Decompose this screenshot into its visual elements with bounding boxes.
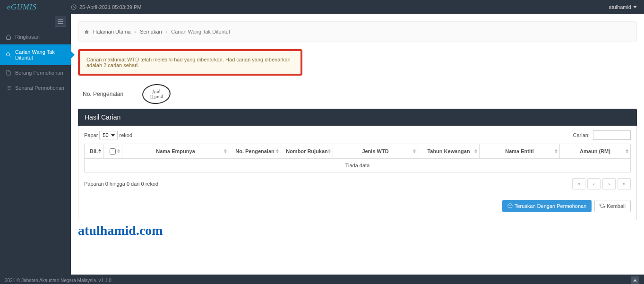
refresh-icon <box>600 203 605 208</box>
content-area: Halaman Utama › Semakan › Carian Wang Ta… <box>71 14 644 275</box>
col-amaun[interactable]: Amaun (RM) <box>560 144 631 159</box>
breadcrumb-current: Carian Wang Tak Dituntut <box>171 29 230 34</box>
col-checkbox[interactable] <box>103 144 122 159</box>
sidebar-item-carian-wtd[interactable]: Carian Wang Tak Dituntut <box>0 44 71 65</box>
search-input[interactable] <box>593 130 631 140</box>
search-label: Carian: <box>573 132 589 138</box>
col-tahun-kewangan[interactable]: Tahun Kewangan <box>418 144 480 159</box>
list-icon <box>6 85 11 91</box>
breadcrumb-home[interactable]: Halaman Utama <box>93 29 130 34</box>
datetime-text: 25-April-2021 05:03:39 PM <box>79 4 141 10</box>
page-size-select[interactable]: 50 <box>99 131 118 139</box>
sidebar-item-ringkasan[interactable]: Ringkasan <box>0 29 71 44</box>
col-jenis-wtd[interactable]: Jenis WTD <box>333 144 418 159</box>
panel-body: Papar 50 rekod Carian: Bil. Nama Emp <box>78 126 637 220</box>
form-icon <box>6 70 11 76</box>
back-button[interactable]: Kembali <box>594 200 631 212</box>
show-prefix: Papar <box>84 132 98 138</box>
continue-label: Teruskan Dengan Permohonan <box>515 203 586 209</box>
results-table: Bil. Nama Empunya No. Pengenalan Nombor … <box>84 144 631 172</box>
sidebar-item-borang[interactable]: Borang Permohonan <box>0 65 71 80</box>
label-no-pengenalan: No. Pengenalan <box>83 91 123 97</box>
col-nombor-rujukan[interactable]: Nombor Rujukan <box>281 144 333 159</box>
plus-circle-icon <box>507 203 513 208</box>
sidebar-item-label: Borang Permohonan <box>15 70 63 76</box>
user-name: atulhamid <box>609 4 631 10</box>
search-icon <box>6 52 11 58</box>
page-first-button[interactable]: « <box>572 178 585 189</box>
page-next-button[interactable]: › <box>602 178 616 189</box>
footer-text: 2021 © Jabatan Akauntan Negara Malaysia.… <box>5 278 112 283</box>
watermark-stamp: Atul Hamid <box>142 83 172 105</box>
chevron-up-icon <box>633 278 637 282</box>
page-prev-button[interactable]: ‹ <box>587 178 601 189</box>
user-menu[interactable]: atulhamid <box>609 4 637 10</box>
chevron-right-icon: › <box>134 29 136 34</box>
app-logo: eGUMIS <box>7 3 71 11</box>
chevron-right-icon: › <box>166 29 168 34</box>
page-last-button[interactable]: » <box>618 178 631 189</box>
panel-header: Hasil Carian <box>78 109 637 126</box>
home-icon <box>84 29 89 34</box>
sidebar-item-label: Ringkasan <box>15 34 40 40</box>
alert-limit-exceeded: Carian maklumat WTD telah melebihi had y… <box>78 49 302 76</box>
svg-point-1 <box>7 53 10 56</box>
sidebar-item-senarai[interactable]: Senarai Permohonan <box>0 80 71 95</box>
topbar: eGUMIS 25-April-2021 05:03:39 PM atulham… <box>0 0 644 14</box>
clock-icon <box>71 4 77 10</box>
sidebar: Ringkasan Carian Wang Tak Dituntut Boran… <box>0 14 71 275</box>
clock: 25-April-2021 05:03:39 PM <box>71 4 141 10</box>
table-info: Paparan 0 hingga 0 dari 0 rekod <box>84 181 158 187</box>
chevron-down-icon <box>633 5 637 9</box>
search-form-row: No. Pengenalan Atul Hamid <box>78 84 637 104</box>
menu-icon <box>58 19 63 24</box>
continue-button[interactable]: Teruskan Dengan Permohonan <box>502 200 592 212</box>
select-all-checkbox[interactable] <box>110 148 116 155</box>
sidebar-item-label: Carian Wang Tak Dituntut <box>15 49 65 60</box>
col-nama-empunya[interactable]: Nama Empunya <box>122 144 229 159</box>
stamp-line2: Hamid <box>150 94 163 100</box>
sidebar-item-label: Senarai Permohonan <box>15 85 64 91</box>
footer: 2021 © Jabatan Akauntan Negara Malaysia.… <box>0 275 644 284</box>
home-icon <box>6 34 11 40</box>
col-bil[interactable]: Bil. <box>85 144 103 159</box>
watermark-url: atulhamid.com <box>78 223 637 238</box>
length-control: Papar 50 rekod <box>84 131 132 139</box>
show-suffix: rekod <box>119 132 132 138</box>
search-control: Carian: <box>573 130 631 140</box>
pagination: « ‹ › » <box>572 178 631 189</box>
col-no-pengenalan[interactable]: No. Pengenalan <box>229 144 281 159</box>
scroll-top-button[interactable] <box>631 276 639 284</box>
breadcrumb: Halaman Utama › Semakan › Carian Wang Ta… <box>78 21 637 42</box>
sidebar-toggle-button[interactable] <box>55 17 66 27</box>
col-nama-entiti[interactable]: Nama Entiti <box>480 144 560 159</box>
back-label: Kembali <box>607 203 626 209</box>
empty-row: Tiada data <box>85 158 631 172</box>
breadcrumb-semakan[interactable]: Semakan <box>140 29 162 34</box>
